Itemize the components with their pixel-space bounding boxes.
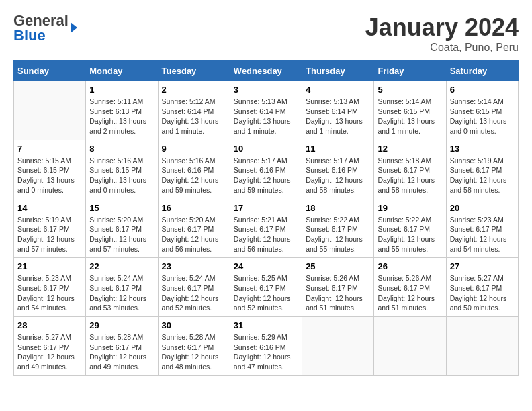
- day-info: Sunrise: 5:28 AMSunset: 6:17 PMDaylight:…: [89, 332, 154, 372]
- table-row: [446, 317, 518, 376]
- table-row: 2Sunrise: 5:12 AMSunset: 6:14 PMDaylight…: [158, 81, 230, 140]
- header-friday: Friday: [374, 61, 446, 81]
- day-number: 10: [234, 144, 298, 154]
- day-info: Sunrise: 5:24 AMSunset: 6:17 PMDaylight:…: [162, 273, 226, 313]
- day-number: 8: [89, 144, 154, 154]
- day-number: 26: [378, 261, 442, 271]
- table-row: 22Sunrise: 5:24 AMSunset: 6:17 PMDayligh…: [86, 258, 158, 317]
- day-number: 24: [234, 261, 298, 271]
- day-info: Sunrise: 5:26 AMSunset: 6:17 PMDaylight:…: [306, 273, 370, 313]
- table-row: 29Sunrise: 5:28 AMSunset: 6:17 PMDayligh…: [86, 317, 158, 376]
- day-info: Sunrise: 5:23 AMSunset: 6:17 PMDaylight:…: [450, 215, 515, 255]
- table-row: 16Sunrise: 5:20 AMSunset: 6:17 PMDayligh…: [158, 199, 230, 258]
- day-number: 27: [450, 261, 515, 271]
- day-info: Sunrise: 5:13 AMSunset: 6:14 PMDaylight:…: [306, 97, 370, 136]
- table-row: 30Sunrise: 5:28 AMSunset: 6:17 PMDayligh…: [158, 317, 230, 376]
- day-info: Sunrise: 5:25 AMSunset: 6:17 PMDaylight:…: [234, 273, 298, 313]
- day-info: Sunrise: 5:23 AMSunset: 6:17 PMDaylight:…: [17, 273, 82, 313]
- table-row: 26Sunrise: 5:26 AMSunset: 6:17 PMDayligh…: [374, 258, 446, 317]
- day-info: Sunrise: 5:16 AMSunset: 6:16 PMDaylight:…: [162, 156, 226, 195]
- table-row: 24Sunrise: 5:25 AMSunset: 6:17 PMDayligh…: [230, 258, 302, 317]
- day-info: Sunrise: 5:15 AMSunset: 6:15 PMDaylight:…: [17, 156, 82, 195]
- day-info: Sunrise: 5:18 AMSunset: 6:17 PMDaylight:…: [378, 156, 442, 195]
- day-info: Sunrise: 5:20 AMSunset: 6:17 PMDaylight:…: [89, 215, 154, 255]
- day-number: 11: [306, 144, 370, 154]
- table-row: 31Sunrise: 5:29 AMSunset: 6:16 PMDayligh…: [230, 317, 302, 376]
- day-info: Sunrise: 5:20 AMSunset: 6:17 PMDaylight:…: [162, 215, 226, 255]
- day-number: 13: [450, 144, 515, 154]
- logo-triangle-icon: [71, 22, 77, 33]
- day-info: Sunrise: 5:11 AMSunset: 6:13 PMDaylight:…: [89, 97, 154, 136]
- table-row: 18Sunrise: 5:22 AMSunset: 6:17 PMDayligh…: [302, 199, 374, 258]
- location-title: Coata, Puno, Peru: [365, 42, 519, 54]
- table-row: 25Sunrise: 5:26 AMSunset: 6:17 PMDayligh…: [302, 258, 374, 317]
- day-info: Sunrise: 5:14 AMSunset: 6:15 PMDaylight:…: [450, 97, 515, 136]
- table-row: 13Sunrise: 5:19 AMSunset: 6:17 PMDayligh…: [446, 140, 518, 199]
- table-row: 11Sunrise: 5:17 AMSunset: 6:16 PMDayligh…: [302, 140, 374, 199]
- day-number: 21: [17, 261, 82, 271]
- calendar-body: 1Sunrise: 5:11 AMSunset: 6:13 PMDaylight…: [14, 81, 519, 376]
- table-row: 8Sunrise: 5:16 AMSunset: 6:15 PMDaylight…: [86, 140, 158, 199]
- table-row: 23Sunrise: 5:24 AMSunset: 6:17 PMDayligh…: [158, 258, 230, 317]
- day-number: 17: [234, 203, 298, 213]
- table-row: 12Sunrise: 5:18 AMSunset: 6:17 PMDayligh…: [374, 140, 446, 199]
- header-thursday: Thursday: [302, 61, 374, 81]
- title-area: January 2024 Coata, Puno, Peru: [365, 13, 519, 54]
- header-saturday: Saturday: [446, 61, 518, 81]
- table-row: [374, 317, 446, 376]
- day-info: Sunrise: 5:29 AMSunset: 6:16 PMDaylight:…: [234, 332, 298, 372]
- day-number: 22: [89, 261, 154, 271]
- table-row: 15Sunrise: 5:20 AMSunset: 6:17 PMDayligh…: [86, 199, 158, 258]
- table-row: 1Sunrise: 5:11 AMSunset: 6:13 PMDaylight…: [86, 81, 158, 140]
- day-info: Sunrise: 5:27 AMSunset: 6:17 PMDaylight:…: [17, 332, 82, 372]
- day-info: Sunrise: 5:24 AMSunset: 6:17 PMDaylight:…: [89, 273, 154, 313]
- day-number: 28: [17, 320, 82, 330]
- day-number: 5: [378, 85, 442, 95]
- day-number: 16: [162, 203, 226, 213]
- table-row: 7Sunrise: 5:15 AMSunset: 6:15 PMDaylight…: [14, 140, 86, 199]
- day-number: 9: [162, 144, 226, 154]
- header-tuesday: Tuesday: [158, 61, 230, 81]
- table-row: 3Sunrise: 5:13 AMSunset: 6:14 PMDaylight…: [230, 81, 302, 140]
- header-sunday: Sunday: [14, 61, 86, 81]
- day-info: Sunrise: 5:19 AMSunset: 6:17 PMDaylight:…: [17, 215, 82, 255]
- day-info: Sunrise: 5:17 AMSunset: 6:16 PMDaylight:…: [306, 156, 370, 195]
- day-number: 31: [234, 320, 298, 330]
- header-wednesday: Wednesday: [230, 61, 302, 81]
- day-info: Sunrise: 5:14 AMSunset: 6:15 PMDaylight:…: [378, 97, 442, 136]
- day-number: 7: [17, 144, 82, 154]
- day-number: 3: [234, 85, 298, 95]
- day-info: Sunrise: 5:22 AMSunset: 6:17 PMDaylight:…: [306, 215, 370, 255]
- table-row: 27Sunrise: 5:27 AMSunset: 6:17 PMDayligh…: [446, 258, 518, 317]
- header-monday: Monday: [86, 61, 158, 81]
- day-number: 1: [89, 85, 154, 95]
- day-number: 15: [89, 203, 154, 213]
- table-row: 6Sunrise: 5:14 AMSunset: 6:15 PMDaylight…: [446, 81, 518, 140]
- table-row: [14, 81, 86, 140]
- table-row: 14Sunrise: 5:19 AMSunset: 6:17 PMDayligh…: [14, 199, 86, 258]
- day-number: 25: [306, 261, 370, 271]
- table-row: 5Sunrise: 5:14 AMSunset: 6:15 PMDaylight…: [374, 81, 446, 140]
- month-title: January 2024: [365, 13, 519, 42]
- day-info: Sunrise: 5:13 AMSunset: 6:14 PMDaylight:…: [234, 97, 298, 136]
- table-row: 21Sunrise: 5:23 AMSunset: 6:17 PMDayligh…: [14, 258, 86, 317]
- table-row: 9Sunrise: 5:16 AMSunset: 6:16 PMDaylight…: [158, 140, 230, 199]
- day-info: Sunrise: 5:17 AMSunset: 6:16 PMDaylight:…: [234, 156, 298, 195]
- table-row: 10Sunrise: 5:17 AMSunset: 6:16 PMDayligh…: [230, 140, 302, 199]
- table-row: 4Sunrise: 5:13 AMSunset: 6:14 PMDaylight…: [302, 81, 374, 140]
- day-number: 14: [17, 203, 82, 213]
- day-info: Sunrise: 5:26 AMSunset: 6:17 PMDaylight:…: [378, 273, 442, 313]
- day-info: Sunrise: 5:27 AMSunset: 6:17 PMDaylight:…: [450, 273, 515, 313]
- day-number: 23: [162, 261, 226, 271]
- day-info: Sunrise: 5:19 AMSunset: 6:17 PMDaylight:…: [450, 156, 515, 195]
- table-row: 20Sunrise: 5:23 AMSunset: 6:17 PMDayligh…: [446, 199, 518, 258]
- day-info: Sunrise: 5:16 AMSunset: 6:15 PMDaylight:…: [89, 156, 154, 195]
- day-number: 18: [306, 203, 370, 213]
- page-header: General Blue January 2024 Coata, Puno, P…: [13, 13, 519, 54]
- table-row: 17Sunrise: 5:21 AMSunset: 6:17 PMDayligh…: [230, 199, 302, 258]
- day-number: 19: [378, 203, 442, 213]
- table-row: 28Sunrise: 5:27 AMSunset: 6:17 PMDayligh…: [14, 317, 86, 376]
- day-number: 29: [89, 320, 154, 330]
- day-info: Sunrise: 5:22 AMSunset: 6:17 PMDaylight:…: [378, 215, 442, 255]
- day-number: 30: [162, 320, 226, 330]
